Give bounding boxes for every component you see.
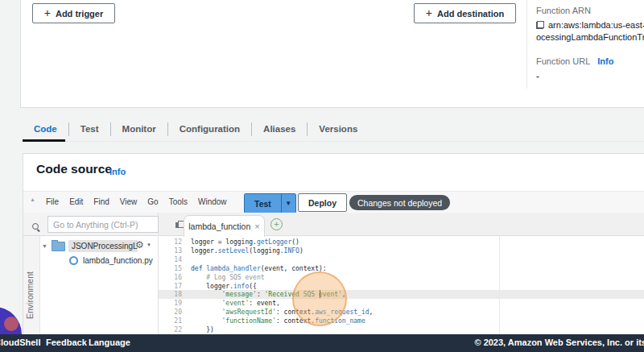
folder-name: JSONProcessingLam [68, 240, 138, 252]
code-token: getLogger [257, 238, 291, 246]
add-trigger-button[interactable]: + Add trigger [32, 3, 115, 23]
close-icon[interactable]: × [254, 222, 259, 231]
plus-icon: + [44, 7, 51, 19]
lambda-console-page: + Add trigger + Add destination Function… [0, 0, 644, 352]
footer-copyright: © 2023, Amazon Web Services, Inc. or its [474, 338, 644, 347]
add-destination-button[interactable]: + Add destination [414, 3, 516, 23]
file-name: lambda_function.py [83, 256, 153, 265]
environment-label: Environment [25, 238, 35, 319]
code-line-12: 12logger = logging.getLogger() [159, 238, 299, 246]
code-token: (logging. [249, 247, 283, 255]
deploy-status-badge: Changes not deployed [349, 195, 450, 210]
line-number: 13 [159, 246, 182, 255]
console-footer: CloudShellFeedbackLanguage © 2023, Amazo… [0, 334, 644, 352]
code-token: setLevel [218, 247, 250, 255]
tree-folder-row[interactable]: ▼ JSONProcessingLam [42, 239, 138, 253]
function-url-info-link[interactable]: Info [597, 56, 613, 66]
active-tab-underline [23, 139, 65, 142]
click-highlight-indicator [292, 271, 347, 326]
footer-link-feedback[interactable]: Feedback [46, 338, 87, 347]
code-token: : [257, 291, 265, 298]
code-token: 'functionName' [222, 317, 276, 325]
line-number: 18 [159, 290, 182, 299]
code-token: logger. [191, 283, 233, 290]
code-editor[interactable]: 12logger = logging.getLogger()13logger.s… [159, 236, 644, 334]
collapse-arrow-icon[interactable]: ▲ [30, 197, 35, 202]
code-source-title: Code source [36, 162, 112, 176]
function-arn-label: Function ARN [536, 6, 591, 15]
code-token: # Log SQS event [191, 274, 265, 281]
chevron-down-icon: ▼ [285, 200, 291, 207]
function-arn-value: arn:aws:lambda:us-east-1 [548, 20, 644, 30]
line-number: 12 [159, 238, 182, 246]
line-number: 20 [159, 308, 182, 317]
code-token: logger. [191, 247, 218, 255]
search-icon [32, 223, 39, 230]
tab-monitor[interactable]: Monitor [111, 124, 167, 134]
ide-menubar: FileEditFindViewGoToolsWindow [46, 191, 227, 213]
footer-link-language[interactable]: Language [89, 338, 130, 347]
gear-icon[interactable]: ⚙ [135, 239, 144, 251]
code-token: 'awsRequestId' [222, 309, 276, 316]
code-token: }) [191, 326, 214, 333]
tab-code[interactable]: Code [23, 124, 68, 134]
line-number: 17 [159, 282, 182, 291]
line-number: 15 [159, 264, 182, 273]
code-token: def [191, 265, 206, 272]
test-split-button: Test ▼ [244, 193, 296, 213]
menu-file[interactable]: File [46, 197, 59, 206]
tree-file-row[interactable]: lambda_function.py [69, 255, 153, 267]
menu-find[interactable]: Find [93, 197, 109, 206]
caret-down-icon[interactable]: ▼ [42, 243, 47, 249]
code-source-info-link[interactable]: Info [109, 167, 126, 176]
tab-test[interactable]: Test [69, 124, 110, 134]
editor-tab-label: lambda_function [188, 222, 250, 231]
code-line-15: 15def lambda_handler(event, context): [159, 264, 327, 273]
editor-tab-lambda-function[interactable]: lambda_function × [184, 215, 265, 237]
gear-caret-icon: ▼ [147, 242, 151, 247]
function-arn-value-wrap: ocessingLambdaFunctionTrig [536, 32, 644, 42]
tab-aliases[interactable]: Aliases [252, 124, 307, 134]
add-trigger-label: Add trigger [56, 9, 103, 19]
tab-versions[interactable]: Versions [308, 124, 369, 134]
menu-window[interactable]: Window [198, 197, 227, 206]
function-arn-row: arn:aws:lambda:us-east-1 [536, 20, 644, 30]
menu-go[interactable]: Go [147, 197, 158, 206]
menu-view[interactable]: View [120, 197, 138, 206]
code-token: INFO [284, 247, 299, 255]
code-line-22: 22 }) [159, 325, 214, 334]
copy-icon[interactable] [536, 21, 544, 29]
code-token: 'event' [222, 300, 250, 307]
recording-cursor-inner [4, 317, 19, 331]
code-token [191, 300, 222, 307]
goto-anything-input[interactable] [47, 216, 159, 233]
code-token: lambda_handler [206, 265, 260, 272]
menu-tools[interactable]: Tools [169, 197, 188, 206]
function-url-row: Function URL Info [536, 56, 613, 66]
code-line-19: 19 'event': event, [159, 299, 280, 308]
line-number: 19 [159, 299, 182, 308]
new-tab-button[interactable]: + [270, 218, 283, 230]
code-token: : event, [249, 300, 280, 307]
code-token: () [291, 238, 299, 246]
footer-link-cloudshell[interactable]: CloudShell [0, 338, 40, 347]
function-url-value: - [536, 71, 539, 82]
code-line-17: 17 logger.info({ [159, 282, 257, 291]
code-line-13: 13logger.setLevel(logging.INFO) [159, 246, 303, 255]
code-token [191, 317, 222, 325]
tab-configuration[interactable]: Configuration [168, 124, 251, 134]
test-dropdown-button[interactable]: ▼ [281, 194, 295, 213]
print-margin-line [499, 236, 500, 334]
code-token: ({ [249, 283, 257, 290]
code-token: 'message' [222, 291, 257, 298]
code-token [191, 309, 222, 316]
function-url-label: Function URL [536, 56, 590, 66]
deploy-button[interactable]: Deploy [298, 193, 347, 212]
menu-edit[interactable]: Edit [69, 197, 83, 206]
panel-divider [526, 0, 527, 89]
line-number: 22 [159, 325, 182, 334]
code-token: info [233, 283, 249, 290]
tabs-divider [23, 141, 644, 142]
add-destination-label: Add destination [437, 9, 504, 19]
test-button[interactable]: Test [245, 194, 281, 213]
